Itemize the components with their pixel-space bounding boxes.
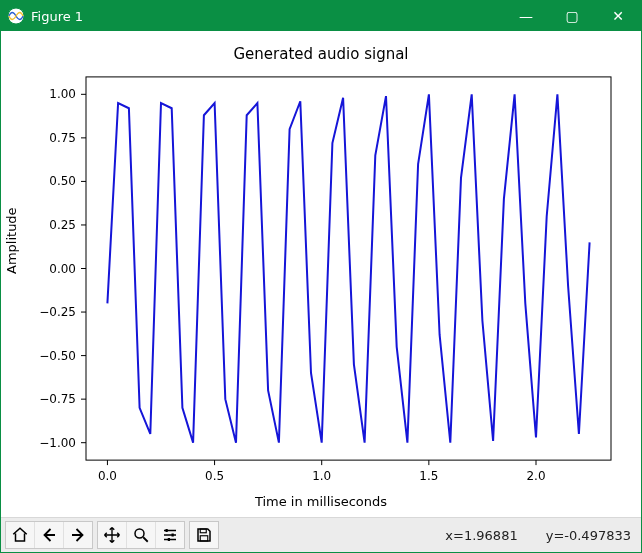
y-tick-label: −0.50 <box>39 349 76 363</box>
titlebar[interactable]: Figure 1 — ▢ ✕ <box>1 1 641 31</box>
toolbar-group-view <box>97 521 185 549</box>
maximize-icon: ▢ <box>565 8 578 24</box>
svg-rect-20 <box>200 536 208 541</box>
chart-line-series <box>107 94 589 442</box>
sliders-icon <box>161 526 179 544</box>
back-button[interactable] <box>35 522 64 548</box>
toolbar-group-save <box>189 521 219 549</box>
coord-x: x=1.96881 <box>445 528 517 543</box>
svg-rect-18 <box>168 538 170 541</box>
x-tick-label: 2.0 <box>526 469 545 483</box>
close-button[interactable]: ✕ <box>595 1 641 31</box>
maximize-button[interactable]: ▢ <box>549 1 595 31</box>
svg-rect-17 <box>172 534 174 537</box>
x-tick-label: 1.0 <box>312 469 331 483</box>
forward-button[interactable] <box>64 522 92 548</box>
save-button[interactable] <box>190 522 218 548</box>
y-tick-label: 1.00 <box>49 87 76 101</box>
home-icon <box>11 526 29 544</box>
left-arrow-icon <box>40 526 58 544</box>
zoom-button[interactable] <box>127 522 156 548</box>
minimize-icon: — <box>519 8 533 24</box>
configure-subplots-button[interactable] <box>156 522 184 548</box>
toolbar-group-nav <box>5 521 93 549</box>
magnifier-icon <box>132 526 150 544</box>
y-tick-label: 0.25 <box>49 218 76 232</box>
save-icon <box>195 526 213 544</box>
y-tick-label: −0.25 <box>39 305 76 319</box>
y-tick-label: 0.50 <box>49 174 76 188</box>
y-tick-label: −1.00 <box>39 436 76 450</box>
svg-rect-16 <box>166 529 168 532</box>
cursor-coordinates: x=1.96881 y=-0.497833 <box>445 528 635 543</box>
right-arrow-icon <box>69 526 87 544</box>
navigation-toolbar: x=1.96881 y=-0.497833 <box>1 517 641 552</box>
coord-y: y=-0.497833 <box>546 528 631 543</box>
x-tick-label: 1.5 <box>419 469 438 483</box>
window-title: Figure 1 <box>31 9 83 24</box>
y-tick-label: 0.00 <box>49 262 76 276</box>
svg-point-15 <box>135 529 144 538</box>
x-tick-label: 0.5 <box>205 469 224 483</box>
y-tick-label: 0.75 <box>49 131 76 145</box>
x-tick-label: 0.0 <box>98 469 117 483</box>
close-icon: ✕ <box>612 8 624 24</box>
home-button[interactable] <box>6 522 35 548</box>
pan-button[interactable] <box>98 522 127 548</box>
figure-canvas[interactable]: Generated audio signal Time in milliseco… <box>1 31 641 517</box>
app-icon <box>7 7 25 25</box>
plot-area: 0.00.51.01.52.0−1.00−0.75−0.50−0.250.000… <box>1 31 641 517</box>
svg-rect-19 <box>200 529 206 533</box>
move-icon <box>103 526 121 544</box>
minimize-button[interactable]: — <box>503 1 549 31</box>
y-tick-label: −0.75 <box>39 392 76 406</box>
application-window: Figure 1 — ▢ ✕ Generated audio signal Ti… <box>0 0 642 553</box>
